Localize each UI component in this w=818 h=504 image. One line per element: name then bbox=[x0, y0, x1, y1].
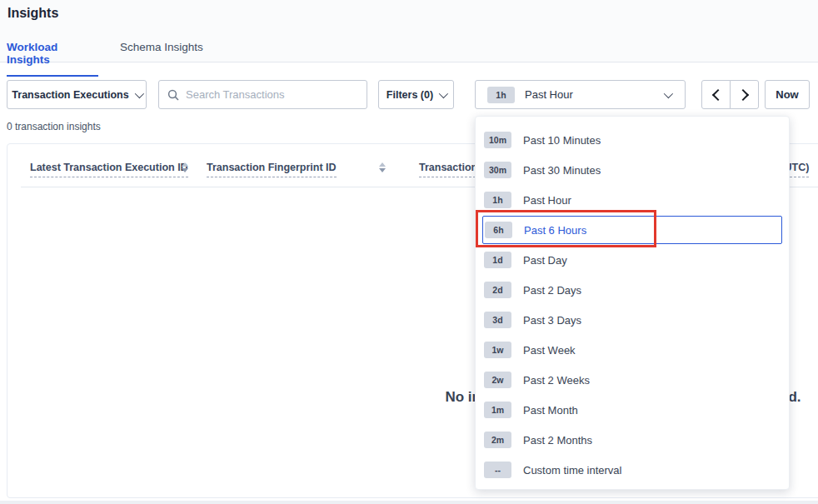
time-nav-group bbox=[701, 80, 759, 109]
column-header-transaction-fingerprint-id[interactable]: Transaction Fingerprint ID bbox=[207, 162, 337, 173]
chevron-down-icon bbox=[439, 88, 448, 97]
search-box[interactable] bbox=[158, 80, 367, 109]
interval-badge: 2d bbox=[484, 282, 511, 298]
filters-button[interactable]: Filters (0) bbox=[378, 80, 454, 109]
time-interval-label: Past Hour bbox=[525, 88, 573, 101]
filters-label: Filters (0) bbox=[387, 89, 433, 101]
sort-icon[interactable] bbox=[182, 162, 188, 172]
sort-asc-icon bbox=[182, 162, 188, 167]
chevron-down-icon bbox=[664, 89, 673, 98]
menu-item-past-hour[interactable]: 1hPast Hour bbox=[476, 185, 789, 215]
menu-item-past-week[interactable]: 1wPast Week bbox=[476, 335, 789, 365]
page-title: Insights bbox=[7, 6, 58, 21]
sort-desc-icon bbox=[182, 168, 188, 172]
interval-label: Past 10 Minutes bbox=[523, 134, 601, 147]
insights-count: 0 transaction insights bbox=[7, 121, 101, 132]
menu-item-past-6-hours[interactable]: 6hPast 6 Hours bbox=[482, 216, 782, 244]
menu-item-past-10-minutes[interactable]: 10mPast 10 Minutes bbox=[476, 125, 789, 155]
now-button[interactable]: Now bbox=[765, 80, 810, 109]
interval-badge: 1m bbox=[484, 402, 511, 418]
menu-item-past-day[interactable]: 1dPast Day bbox=[476, 245, 789, 275]
menu-item-past-2-weeks[interactable]: 2wPast 2 Weeks bbox=[476, 365, 789, 395]
view-selector-label: Transaction Executions bbox=[12, 89, 128, 101]
interval-badge: 10m bbox=[484, 132, 511, 148]
insights-page: Insights Workload Insights Schema Insigh… bbox=[0, 0, 818, 504]
menu-item-past-2-months[interactable]: 2mPast 2 Months bbox=[476, 425, 789, 455]
chevron-down-icon bbox=[134, 88, 143, 97]
interval-label: Past 2 Weeks bbox=[523, 374, 590, 387]
page-bottom-edge bbox=[0, 501, 818, 504]
sort-asc-icon bbox=[379, 162, 386, 167]
interval-badge: 1h bbox=[484, 192, 511, 208]
next-interval-button[interactable] bbox=[730, 80, 759, 109]
search-input[interactable] bbox=[186, 88, 358, 101]
time-interval-badge: 1h bbox=[487, 87, 515, 103]
interval-label: Past Week bbox=[523, 344, 576, 357]
menu-item-past-3-days[interactable]: 3dPast 3 Days bbox=[476, 305, 789, 335]
interval-badge: 2w bbox=[484, 372, 511, 388]
interval-label: Custom time interval bbox=[523, 464, 621, 477]
menu-item-past-30-minutes[interactable]: 30mPast 30 Minutes bbox=[476, 155, 789, 185]
page-header: Insights Workload Insights Schema Insigh… bbox=[0, 0, 818, 62]
interval-label: Past 2 Months bbox=[523, 434, 592, 447]
sort-desc-icon bbox=[379, 168, 386, 172]
interval-badge: 3d bbox=[484, 312, 511, 328]
interval-label: Past 3 Days bbox=[523, 314, 581, 327]
interval-badge: -- bbox=[484, 462, 511, 478]
interval-label: Past Day bbox=[523, 254, 567, 267]
now-label: Now bbox=[776, 88, 798, 101]
search-icon bbox=[167, 89, 179, 101]
interval-badge: 2m bbox=[484, 432, 511, 448]
interval-label: Past 30 Minutes bbox=[523, 164, 601, 177]
interval-badge: 1d bbox=[484, 252, 511, 268]
view-selector-button[interactable]: Transaction Executions bbox=[7, 80, 147, 109]
time-interval-selector[interactable]: 1h Past Hour bbox=[475, 80, 686, 109]
chevron-right-icon bbox=[736, 88, 748, 100]
interval-label: Past 2 Days bbox=[523, 284, 581, 297]
interval-badge: 6h bbox=[485, 222, 512, 238]
previous-interval-button[interactable] bbox=[701, 80, 731, 109]
menu-item-past-month[interactable]: 1mPast Month bbox=[476, 395, 789, 425]
interval-label: Past Month bbox=[523, 404, 578, 417]
tab-schema-insights[interactable]: Schema Insights bbox=[120, 41, 203, 62]
interval-label: Past 6 Hours bbox=[524, 224, 586, 237]
interval-label: Past Hour bbox=[523, 194, 571, 207]
sort-icon[interactable] bbox=[379, 162, 386, 172]
tab-workload-insights[interactable]: Workload Insights bbox=[7, 41, 98, 77]
chevron-left-icon bbox=[711, 88, 723, 100]
menu-item-custom-time-interval[interactable]: --Custom time interval bbox=[476, 455, 789, 485]
time-interval-dropdown-menu: 10mPast 10 Minutes30mPast 30 Minutes1hPa… bbox=[475, 116, 790, 490]
column-header-latest-transaction-execution-id[interactable]: Latest Transaction Execution ID bbox=[30, 162, 188, 173]
interval-badge: 1w bbox=[484, 342, 511, 358]
menu-item-past-2-days[interactable]: 2dPast 2 Days bbox=[476, 275, 789, 305]
interval-badge: 30m bbox=[484, 162, 511, 178]
